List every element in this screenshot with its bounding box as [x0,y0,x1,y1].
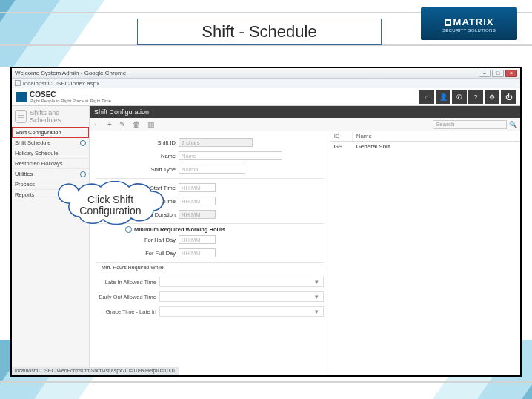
min-hours-req-label: Min. Hours Required While [102,265,324,270]
form-row-late-in: Late In Allowed Time▾ [96,274,324,289]
brand-subtitle: SECURITY SOLUTIONS [442,28,496,33]
sidebar-item-shift-configuration[interactable]: Shift Configuration [12,127,89,138]
start-time-input[interactable]: HH:MM [179,183,216,192]
home-icon[interactable]: ⌂ [419,90,434,104]
shift-id-label: Shift ID [96,139,176,146]
main-split: Shifts and Schedules Shift Configuration… [12,106,520,375]
window-maximize-button[interactable]: □ [492,70,504,77]
user-icon[interactable]: 👤 [436,90,450,104]
window-title-text: Welcome System Admin - Google Chrome [15,70,126,76]
list-panel: ID Name GS General Shift [330,131,520,375]
address-bar[interactable]: localhost/COSEC/Index.aspx [12,79,520,88]
half-day-input[interactable]: HH:MM [179,235,216,244]
status-bar: localhost/COSEC/WebForms/frmShiftMst.asp… [12,367,179,375]
form-row-grace: Grace Time - Late In▾ [96,304,324,319]
shift-id-input[interactable]: 2 chars [179,138,253,147]
logo-square-icon [445,19,451,26]
url-text: localhost/COSEC/Index.aspx [23,80,99,87]
grace-select[interactable]: ▾ [159,306,324,317]
app-top-icons: ⌂ 👤 ✆ ? ⚙ ⏻ [419,90,516,104]
callout-bubble: Click Shift Configuration [55,181,166,225]
form-row-early-out: Early Out Allowed Time▾ [96,289,324,304]
add-button[interactable]: + [107,120,112,128]
late-in-select[interactable]: ▾ [159,277,324,287]
sidebar-item-shift-schedule[interactable]: Shift Schedule [12,138,89,148]
app-logo-icon [16,92,27,102]
brand-logo: MATRIX SECURITY SOLUTIONS [421,7,517,40]
early-out-select[interactable]: ▾ [159,291,324,302]
end-time-input[interactable]: HH:MM [179,197,216,205]
page-icon [15,80,21,86]
brand-name: MATRIX [453,16,494,27]
highlight-dot-icon [80,171,86,177]
content-title: Shift Configuration [90,106,520,118]
window-close-button[interactable]: × [505,70,517,77]
window-titlebar: Welcome System Admin - Google Chrome – □… [12,68,520,79]
sidebar-item-utilities[interactable]: Utilities [12,169,89,179]
rule-bottom [0,381,532,383]
sidebar-item-holiday-schedule[interactable]: Holiday Schedule [12,148,89,159]
app-tagline: Right People in Right Place at Right Tim… [30,99,111,103]
sidebar-heading-label: Shifts and Schedules [30,109,86,124]
half-day-label: For Half Day [96,237,176,243]
app-header: COSEC Right People in Right Place at Rig… [12,88,520,106]
list-header-name: Name [353,131,520,141]
shift-type-select[interactable]: Normal [179,165,245,174]
help-icon[interactable]: ? [468,90,483,104]
window-minimize-button[interactable]: – [479,70,491,77]
full-day-label: For Full Day [96,250,176,257]
full-day-input[interactable]: HH:MM [179,248,216,257]
settings-icon[interactable]: ⚙ [485,90,499,104]
sidebar-item-restricted-holidays[interactable]: Restricted Holidays [12,159,89,169]
toolbar: ← + ✎ 🗑 ▥ Search 🔍 [90,118,520,131]
list-row[interactable]: GS General Shift [330,142,520,152]
delete-button[interactable]: 🗑 [133,120,140,128]
shift-type-label: Shift Type [96,166,176,173]
power-icon[interactable]: ⏻ [501,90,516,104]
sidebar: Shifts and Schedules Shift Configuration… [12,106,90,375]
edit-button[interactable]: ✎ [119,120,125,128]
search-input[interactable]: Search [433,120,507,129]
back-button[interactable]: ← [93,120,100,128]
shift-duration-input[interactable]: HH:MM [179,210,216,219]
name-label: Name [96,153,176,159]
actions-button[interactable]: ▥ [147,120,154,128]
list-cell-id: GS [330,142,353,152]
sidebar-heading: Shifts and Schedules [12,106,89,127]
panels: Shift ID2 chars NameName Shift TypeNorma… [90,131,520,375]
highlight-dot-icon [80,140,86,146]
list-header: ID Name [330,131,520,142]
schedule-icon [15,110,27,123]
page-title: Shift - Schedule [137,19,382,45]
app-name: COSEC [30,90,111,99]
list-header-id: ID [330,131,353,141]
content-area: Shift Configuration ← + ✎ 🗑 ▥ Search 🔍 S… [90,106,520,375]
callout-line2: Configuration [55,205,166,217]
callout-line1: Click Shift [55,194,166,205]
phone-icon[interactable]: ✆ [452,90,467,104]
name-input[interactable]: Name [179,151,282,160]
list-cell-name: General Shift [353,142,520,152]
search-icon[interactable]: 🔍 [509,121,517,128]
form-panel: Shift ID2 chars NameName Shift TypeNorma… [90,131,330,375]
